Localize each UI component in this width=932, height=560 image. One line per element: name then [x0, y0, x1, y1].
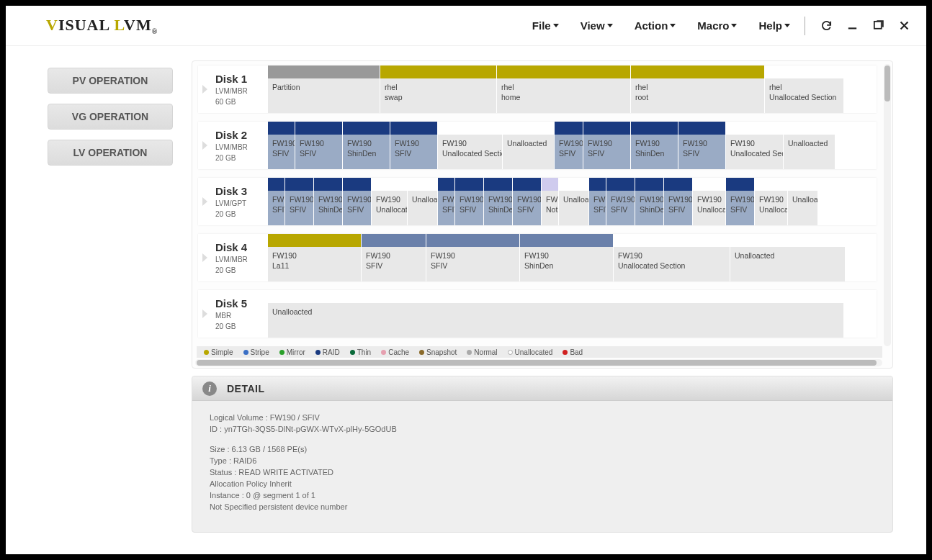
disk-segment[interactable]: FW190SFIV	[361, 234, 426, 281]
disk-segment[interactable]: rhelUnallocated Section	[764, 66, 843, 113]
disk-segment[interactable]: FW190SFIV	[267, 122, 295, 169]
disk-row: Disk 3LVM/GPT20 GBFW190SFIVFW190SFIVFW19…	[198, 178, 877, 225]
disk-segment[interactable]: FW190ShinDen	[519, 234, 613, 281]
disk-label[interactable]: Disk 5MBR20 GB	[198, 290, 267, 338]
disk-segment[interactable]: FW190Unallocated	[692, 178, 725, 225]
legend-item: Normal	[467, 348, 497, 356]
legend: SimpleStripeMirrorRAIDThinCacheSnapshotN…	[197, 346, 882, 358]
app-window: VISUAL LVM® FileViewActionMacroHelp PV O…	[6, 6, 926, 554]
info-icon: i	[202, 381, 217, 396]
svg-rect-0	[848, 27, 856, 29]
disk-segment[interactable]: Unalloacted	[787, 178, 817, 225]
disk-segment[interactable]: FW190ShinDen	[342, 122, 390, 169]
disk-row: Disk 1LVM/MBR60 GBPartitionrhelswaprhelh…	[198, 66, 877, 113]
disk-segment[interactable]: Unalloacted	[407, 178, 437, 225]
detail-panel: i DETAIL Logical Volume : FW190 / SFIVID…	[192, 376, 893, 533]
disk-label[interactable]: Disk 3LVM/GPT20 GB	[198, 178, 267, 225]
disk-segment[interactable]: Unalloacted	[730, 234, 845, 281]
disk-segment[interactable]: FW190SFIV	[512, 178, 541, 225]
horizontal-scrollbar[interactable]	[195, 359, 882, 366]
detail-title: DETAIL	[227, 383, 265, 394]
detail-body: Logical Volume : FW190 / SFIVID : yn7TGh…	[192, 401, 892, 532]
main-menu: FileViewActionMacroHelp	[532, 19, 790, 32]
disk-segment[interactable]: FW190Unallocated	[754, 178, 787, 225]
disk-segment[interactable]: FW190SFIV	[678, 122, 725, 169]
disk-segment[interactable]: FW190ShinDen	[635, 178, 663, 225]
disk-segment[interactable]: FW190Unallocated Section	[725, 122, 783, 169]
disk-segment[interactable]: FW190SFIV	[437, 178, 454, 225]
sidebar: PV OPERATIONVG OPERATIONLV OPERATION	[6, 60, 192, 554]
menu-macro[interactable]: Macro	[697, 19, 737, 32]
disk-segment[interactable]: FW190Unallocated Section	[613, 234, 730, 281]
disk-segment[interactable]: FW190SFIV	[390, 122, 437, 169]
header: VISUAL LVM® FileViewActionMacroHelp	[6, 6, 926, 46]
disk-segment[interactable]: FW190SFIV	[267, 178, 284, 225]
disk-segment[interactable]: FW190Unallocated	[371, 178, 407, 225]
disk-segment[interactable]: FW190ShinDen	[630, 122, 678, 169]
disk-segment[interactable]: rhelroot	[630, 66, 764, 113]
disk-segment[interactable]: FW190SFIV	[295, 122, 342, 169]
disk-segment[interactable]: FW190SFIV	[725, 178, 754, 225]
legend-item: Snapshot	[419, 348, 457, 356]
disk-segment[interactable]: rhelhome	[496, 66, 630, 113]
disk-segment[interactable]: FW190SFIV	[554, 122, 583, 169]
disk-label[interactable]: Disk 1LVM/MBR60 GB	[198, 66, 267, 113]
disk-segment[interactable]: rhelswap	[380, 66, 496, 113]
minimize-icon[interactable]	[846, 19, 859, 32]
disk-segment[interactable]: Unalloacted	[558, 178, 588, 225]
disk-segment[interactable]: FW190SFIV	[588, 178, 606, 225]
legend-item: Unallocated	[508, 348, 553, 356]
disk-segment[interactable]: FW190SFIV	[284, 178, 313, 225]
disk-segment[interactable]: FW190ShinDen	[483, 178, 512, 225]
disk-segment[interactable]: FW190La11	[267, 234, 361, 281]
maximize-icon[interactable]	[871, 19, 884, 32]
disk-row: Disk 2LVM/MBR20 GBFW190SFIVFW190SFIVFW19…	[198, 122, 877, 169]
legend-item: Mirror	[279, 348, 305, 356]
disk-segment[interactable]: FW190Not	[541, 178, 558, 225]
menu-view[interactable]: View	[581, 19, 613, 32]
disk-row: Disk 4LVM/MBR20 GBFW190La11FW190SFIVFW19…	[198, 234, 877, 281]
sidebar-lv-operation[interactable]: LV OPERATION	[48, 140, 173, 166]
disk-segment[interactable]: Unalloacted	[783, 122, 835, 169]
disk-segment[interactable]: FW190SFIV	[583, 122, 630, 169]
vertical-scrollbar[interactable]	[884, 64, 891, 346]
legend-item: RAID	[315, 348, 340, 356]
disk-segment[interactable]: Unalloacted	[502, 122, 554, 169]
disk-segment[interactable]: FW190ShinDen	[313, 178, 342, 225]
legend-item: Cache	[381, 348, 409, 356]
disk-segment[interactable]: FW190SFIV	[663, 178, 692, 225]
disk-label[interactable]: Disk 2LVM/MBR20 GB	[198, 122, 267, 169]
menu-action[interactable]: Action	[635, 19, 676, 32]
menu-file[interactable]: File	[532, 19, 559, 32]
disk-panel: Disk 1LVM/MBR60 GBPartitionrhelswaprhelh…	[192, 60, 893, 369]
disk-segment[interactable]: FW190SFIV	[426, 234, 519, 281]
menu-help[interactable]: Help	[758, 19, 790, 32]
app-logo: VISUAL LVM®	[46, 16, 158, 35]
sidebar-vg-operation[interactable]: VG OPERATION	[48, 104, 173, 130]
disk-row: Disk 5MBR20 GBUnalloacted	[198, 290, 877, 338]
refresh-icon[interactable]	[820, 19, 833, 32]
sidebar-pv-operation[interactable]: PV OPERATION	[48, 68, 173, 94]
legend-item: Stripe	[243, 348, 269, 356]
legend-item: Thin	[350, 348, 371, 356]
disk-segment[interactable]: FW190SFIV	[606, 178, 635, 225]
svg-rect-1	[874, 22, 881, 29]
disk-label[interactable]: Disk 4LVM/MBR20 GB	[198, 234, 267, 281]
legend-item: Bad	[563, 348, 583, 356]
disk-segment[interactable]: FW190SFIV	[342, 178, 371, 225]
legend-item: Simple	[204, 348, 233, 356]
disk-segment[interactable]: FW190SFIV	[454, 178, 483, 225]
disk-segment[interactable]: Unalloacted	[267, 290, 843, 338]
close-icon[interactable]	[897, 19, 910, 32]
disk-segment[interactable]: Partition	[267, 66, 380, 113]
disk-segment[interactable]: FW190Unallocated Section	[437, 122, 502, 169]
